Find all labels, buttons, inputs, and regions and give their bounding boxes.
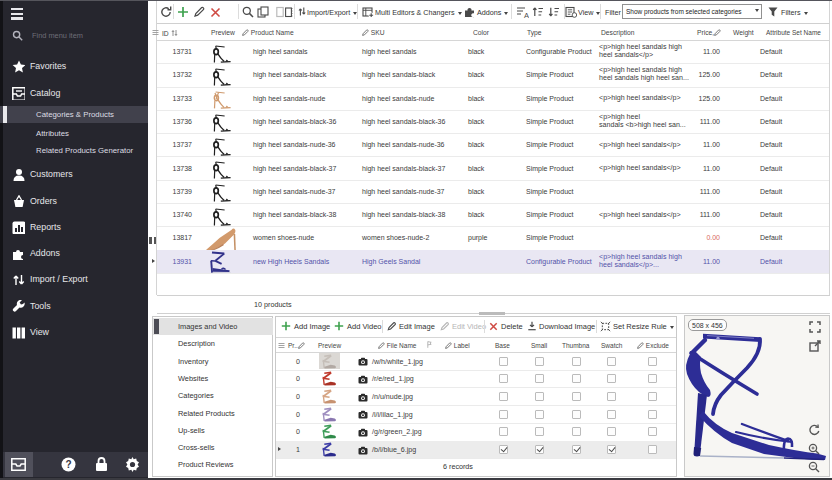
svg-text:A: A: [524, 11, 529, 19]
svg-text:?: ?: [65, 459, 71, 470]
